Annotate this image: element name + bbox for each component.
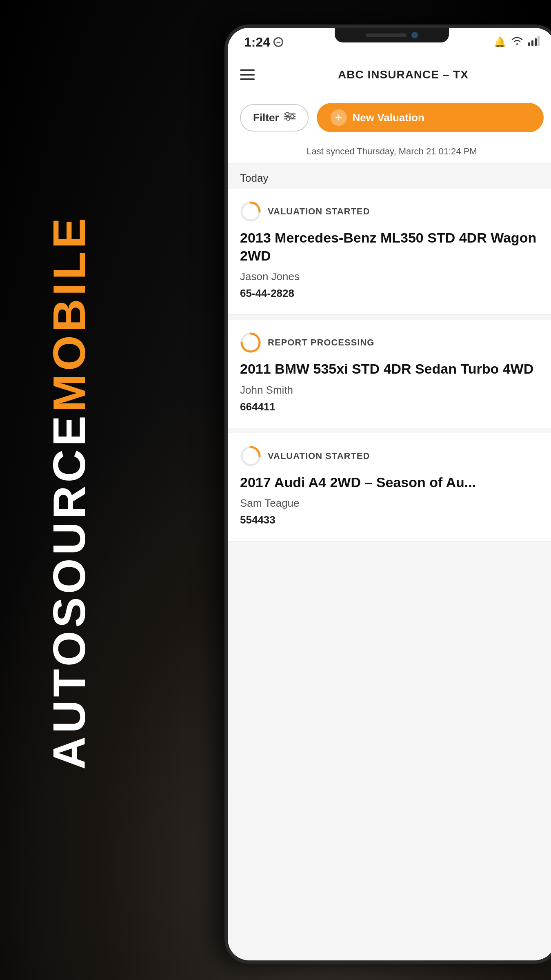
card-3-status-text: VALUATION STARTED [268,451,370,461]
app-title: ABC INSURANCE – TX [263,68,544,81]
svg-rect-2 [535,38,537,46]
card-3-status-row: VALUATION STARTED [240,445,544,467]
card-1-claim: 65-44-2828 [240,287,544,300]
svg-rect-3 [538,36,540,46]
phone-frame: 1:24 – 🔔 [224,24,551,964]
status-icons: 🔔 [494,36,540,48]
status-time: 1:24 – [244,35,283,50]
card-1-status-text: VALUATION STARTED [268,206,370,217]
new-valuation-plus-icon: + [331,109,347,126]
valuation-card-3[interactable]: VALUATION STARTED 2017 Audi A4 2WD – Sea… [228,433,551,541]
filter-label: Filter [253,111,279,124]
card-1-customer: Jason Jones [240,270,544,283]
card-3-spinner-icon [240,445,261,467]
hamburger-line-3 [240,78,255,80]
card-3-vehicle: 2017 Audi A4 2WD – Season of Au... [240,473,544,491]
app-header: ABC INSURANCE – TX [228,56,551,93]
do-not-disturb-icon: – [273,37,283,47]
brand-autosource-label: AUTOSOURCE [47,412,92,769]
card-2-status-text: REPORT PROCESSING [268,337,374,348]
card-2-vehicle: 2011 BMW 535xi STD 4DR Sedan Turbo 4WD [240,360,544,378]
filter-button[interactable]: Filter [240,104,309,131]
svg-rect-0 [528,42,530,46]
section-today: Today [228,164,551,189]
card-3-claim: 554433 [240,514,544,526]
svg-rect-1 [531,40,533,46]
card-1-status-row: VALUATION STARTED [240,201,544,222]
svg-point-8 [291,115,294,118]
card-2-spinner-icon [240,332,261,353]
hamburger-line-1 [240,69,255,71]
card-1-spinner-icon [240,201,261,222]
card-2-customer: John Smith [240,384,544,396]
filter-icon [284,112,295,123]
valuation-card-1[interactable]: VALUATION STARTED 2013 Mercedes-Benz ML3… [228,189,551,315]
hamburger-line-2 [240,74,255,76]
valuation-card-2[interactable]: REPORT PROCESSING 2011 BMW 535xi STD 4DR… [228,320,551,428]
camera [411,32,418,38]
phone-notch [335,28,449,42]
wifi-icon [511,36,523,48]
card-3-customer: Sam Teague [240,497,544,510]
new-valuation-button[interactable]: + New Valuation [317,103,544,132]
card-2-status-row: REPORT PROCESSING [240,332,544,353]
brand-container: MOBILE AUTOSOURCE [24,33,114,947]
speaker [366,33,407,37]
svg-point-9 [287,117,290,120]
brand-mobile-label: MOBILE [47,215,92,412]
sync-bar: Last synced Thursday, March 21 01:24 PM [228,142,551,164]
svg-point-7 [286,112,289,116]
today-label: Today [240,172,268,184]
sync-text: Last synced Thursday, March 21 01:24 PM [307,146,477,156]
action-bar: Filter + New Valuation [228,93,551,142]
alarm-icon: 🔔 [494,36,506,48]
time-display: 1:24 [244,35,270,50]
new-valuation-label: New Valuation [353,111,424,124]
card-1-vehicle: 2013 Mercedes-Benz ML350 STD 4DR Wagon 2… [240,229,544,265]
hamburger-menu[interactable] [240,69,255,80]
signal-icon [528,36,540,48]
phone-screen: 1:24 – 🔔 [228,28,551,960]
card-2-claim: 664411 [240,401,544,413]
